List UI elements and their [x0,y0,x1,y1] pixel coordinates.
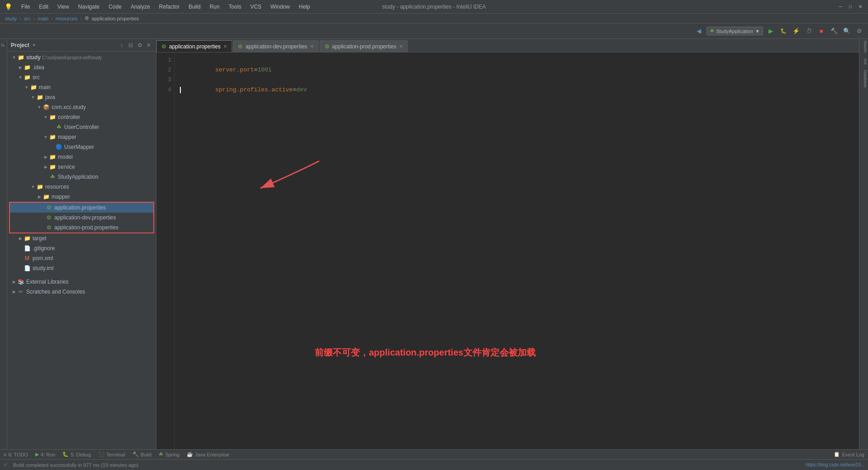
tree-item-studyapplication[interactable]: ▶ ☘ StudyApplication [7,172,156,182]
tree-item-main[interactable]: ▼ 📁 main [7,82,156,92]
tree-item-src[interactable]: ▼ 📁 src [7,72,156,82]
coverage-button[interactable]: ⚡ [791,26,801,36]
terminal-button[interactable]: ⬛ Terminal [98,451,125,457]
run-config-selector[interactable]: ☘ StudyApplication ▼ [707,27,763,35]
tree-item-model[interactable]: ▶ 📁 model [7,152,156,162]
spring-panel-button[interactable]: ☘ Spring [159,451,179,457]
minimize-button[interactable]: ─ [837,4,844,10]
iml-icon: 📄 [24,265,31,272]
build-panel-button[interactable]: 🔨 Build [132,451,151,457]
event-log-label: Event Log [842,452,864,457]
database-panel-button[interactable]: Database [860,70,868,88]
tree-item-app-properties[interactable]: ▶ ⚙ application.properties [10,203,153,213]
tree-item-iml[interactable]: ▶ 📄 study.iml [7,263,156,273]
menu-item-analyze[interactable]: Analyze [129,3,152,11]
navigate-back-button[interactable]: ◀ [694,26,704,36]
tab-app-prod-properties[interactable]: ⚙ application-prod.properties ✕ [320,40,408,52]
tool-windows-bar: ≡ 6: TODO ▶ 4: Run 🐛 5: Debug ⬛ Terminal… [0,449,868,459]
settings-button[interactable]: ⚙ [136,42,143,49]
code-editor[interactable]: server.port=1001 spring.profiles.active=… [175,52,859,449]
breadcrumb-part[interactable]: main [38,16,48,21]
java-enterprise-button[interactable]: ☕ Java Enterprise [187,451,229,457]
settings-button[interactable]: ⚙ [854,26,864,36]
tab-label: application-prod.properties [332,43,396,50]
profile-button[interactable]: ⏱ [804,26,814,36]
tree-item-pom[interactable]: ▶ M pom.xml [7,253,156,263]
sync-button[interactable]: ↕ [118,42,125,49]
tab-close-button[interactable]: ✕ [223,44,227,49]
tree-label: model [58,154,73,160]
tree-item-resources-mapper[interactable]: ▶ 📁 mapper [7,192,156,202]
todo-panel-button[interactable]: ≡ 6: TODO [4,452,28,457]
search-everywhere-button[interactable]: 🔍 [842,26,852,36]
tab-close-button[interactable]: ✕ [399,44,403,49]
editor-content[interactable]: 1 2 3 4 server.port=1001 spring.profiles… [156,52,859,449]
menu-item-refactor[interactable]: Refactor [157,3,181,11]
java-icon: ☕ [187,451,193,457]
tree-label: application.properties [54,204,106,211]
menu-item-build[interactable]: Build [187,3,203,11]
panel-actions: ↕ ⊟ ⚙ ✕ [118,42,152,49]
hide-panel-button[interactable]: ✕ [145,42,152,49]
tree-item-app-prod-properties[interactable]: ▶ ⚙ application-prod.properties [10,223,153,233]
tree-item-app-dev-properties[interactable]: ▶ ⚙ application-dev.properties [10,213,153,223]
tree-item-controller[interactable]: ▼ 📁 controller [7,112,156,122]
tree-item-target[interactable]: ▶ 📁 target [7,233,156,243]
build-button[interactable]: 🔨 [829,26,839,36]
menu-item-window[interactable]: Window [269,3,292,11]
tree-label: controller [58,114,80,120]
tree-item-idea[interactable]: ▶ 📁 .idea [7,62,156,72]
tree-label: src [33,74,40,81]
menu-item-file[interactable]: File [19,3,32,11]
close-button[interactable]: ✕ [857,4,863,10]
maven-panel-button[interactable]: Maven [860,41,868,53]
expand-arrow: ▶ [17,235,24,242]
maximize-button[interactable]: □ [847,4,854,10]
status-left: ≡ 6: TODO ▶ 4: Run 🐛 5: Debug ⬛ Terminal… [4,451,229,457]
menu-item-edit[interactable]: Edit [37,3,50,11]
build-status-text: Build completed successfully in 977 ms (… [13,462,138,468]
breadcrumb-part[interactable]: resources [56,16,77,21]
menu-item-tools[interactable]: Tools [227,3,243,11]
menu-item-view[interactable]: View [56,3,71,11]
tab-app-properties[interactable]: ⚙ application.properties ✕ [156,40,232,52]
event-log-button[interactable]: 📋 Event Log [834,451,864,457]
props-icon: ⚙ [45,214,52,221]
tab-close-button[interactable]: ✕ [310,44,314,49]
breadcrumb-current: application.properties [92,16,139,21]
menu-item-help[interactable]: Help [297,3,312,11]
code-line-4 [180,85,854,95]
menu-item-code[interactable]: Code [107,3,123,11]
run-panel-button[interactable]: ▶ 4: Run [35,451,55,457]
breadcrumb-part[interactable]: study [5,16,17,21]
tree-item-package[interactable]: ▼ 📦 com.xcc.study [7,102,156,112]
tree-item-usercontroller[interactable]: ▶ ☘ UserController [7,122,156,132]
tree-item-resources[interactable]: ▼ 📁 resources [7,182,156,192]
stop-button[interactable]: ■ [816,26,826,36]
tree-item-mapper[interactable]: ▼ 📁 mapper [7,132,156,142]
tree-item-scratches[interactable]: ▶ ✏ Scratches and Consoles [7,287,156,297]
menu-item-navigate[interactable]: Navigate [76,3,101,11]
spring-label: Spring [165,452,179,457]
ant-panel-button[interactable]: Ant [860,58,868,65]
breadcrumb-part[interactable]: src [24,16,31,21]
right-panel-icons: Maven Ant Database [859,39,868,449]
tree-item-usermapper[interactable]: ▶ 🔵 UserMapper [7,142,156,152]
chevron-down-icon[interactable]: ▼ [32,43,36,47]
tree-item-java[interactable]: ▼ 📁 java [7,92,156,102]
url-display[interactable]: https://blog.csdn.net/wxe19... [806,462,864,467]
tree-label: java [45,94,55,100]
tree-item-gitignore[interactable]: ▶ 📄 .gitignore [7,243,156,253]
debug-panel-button[interactable]: 🐛 5: Debug [62,451,91,457]
folder-icon: 📁 [49,114,56,121]
tree-item-study[interactable]: ▼ 📁 study C:\sckj\work\project-self\stud… [7,52,156,62]
run-button[interactable]: ▶ [766,26,776,36]
tab-app-dev-properties[interactable]: ⚙ application-dev.properties ✕ [233,40,319,52]
menu-item-vcs[interactable]: VCS [249,3,264,11]
collapse-all-button[interactable]: ⊟ [127,42,134,49]
tree-item-external-libs[interactable]: ▶ 📚 External Libraries [7,277,156,287]
debug-button[interactable]: 🐛 [778,26,788,36]
tree-item-service[interactable]: ▶ 📁 service [7,162,156,172]
project-icon[interactable]: P [1,43,6,47]
menu-item-run[interactable]: Run [208,3,222,11]
